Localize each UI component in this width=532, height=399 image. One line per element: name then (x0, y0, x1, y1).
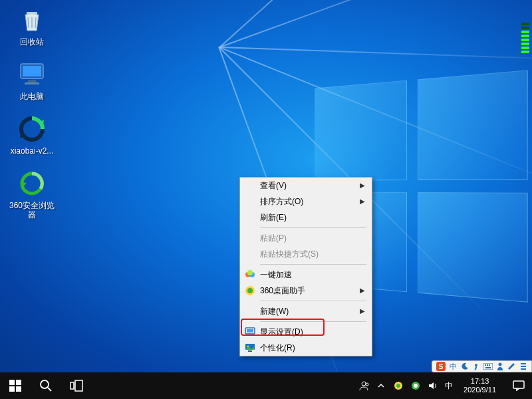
clock-date: 2020/9/11 (464, 386, 496, 394)
svg-point-37 (366, 383, 368, 386)
submenu-arrow-icon: ▶ (360, 198, 365, 205)
xiaobai-icon (17, 114, 47, 144)
ime-keyboard-icon[interactable] (483, 363, 493, 370)
audio-level-meter (521, 19, 529, 53)
tray-volume-icon[interactable] (428, 380, 438, 391)
ime-person-icon[interactable] (497, 362, 503, 370)
action-center-button[interactable] (505, 372, 532, 399)
desktop-icon-label: 回收站 (5, 37, 59, 47)
svg-point-14 (247, 288, 253, 293)
svg-rect-35 (75, 380, 82, 391)
tray-chevron-up-icon[interactable] (376, 380, 386, 391)
desktop-icon-360-browser[interactable]: 360安全浏览器 (5, 169, 59, 219)
desktop[interactable]: 回收站 此电脑 xiaobai-v2... 360安全浏览器 查看(V)▶ 排序… (0, 0, 532, 399)
menu-item-view[interactable]: 查看(V)▶ (240, 178, 372, 194)
menu-item-accelerate[interactable]: 一键加速 (240, 267, 372, 283)
menu-item-label: 粘贴(P) (260, 233, 287, 244)
submenu-arrow-icon: ▶ (360, 182, 365, 189)
tray-360-secondary-icon[interactable] (410, 380, 421, 391)
submenu-arrow-icon: ▶ (360, 287, 365, 294)
menu-item-personalize[interactable]: 个性化(R) (240, 340, 372, 356)
svg-rect-26 (485, 367, 491, 368)
taskbar-clock[interactable]: 17:13 2020/9/11 (460, 377, 500, 394)
this-pc-icon (17, 60, 47, 89)
menu-item-label: 360桌面助手 (260, 285, 305, 297)
menu-item-refresh[interactable]: 刷新(E) (240, 209, 372, 225)
menu-item-paste-shortcut: 粘贴快捷方式(S) (240, 246, 372, 262)
svg-point-32 (41, 380, 49, 388)
task-view-button[interactable] (61, 372, 92, 399)
search-button[interactable] (31, 372, 61, 399)
menu-item-label: 排序方式(O) (260, 196, 303, 207)
ime-floating-bar[interactable]: S 中 (432, 360, 532, 372)
360-icon (244, 285, 256, 297)
taskbar: 中 17:13 2020/9/11 (0, 372, 532, 399)
desktop-icons: 回收站 此电脑 xiaobai-v2... 360安全浏览器 (5, 5, 59, 233)
tray-ime-indicator[interactable]: 中 (445, 380, 453, 391)
tray-people-icon[interactable] (358, 380, 369, 391)
menu-separator (260, 227, 366, 228)
svg-rect-29 (16, 380, 21, 385)
menu-item-label: 新建(W) (260, 306, 289, 317)
menu-separator (260, 264, 366, 265)
svg-point-41 (414, 384, 418, 388)
desktop-icon-xiaobai[interactable]: xiaobai-v2... (5, 114, 59, 156)
menu-item-label: 刷新(E) (260, 212, 287, 223)
menu-item-360-assistant[interactable]: 360桌面助手▶ (240, 283, 372, 299)
ime-settings-icon[interactable] (519, 362, 527, 370)
notification-icon (513, 380, 525, 391)
sogou-logo-icon[interactable]: S (436, 362, 446, 371)
menu-item-label: 一键加速 (260, 269, 292, 281)
menu-item-display-settings[interactable]: 显示设置(D) (240, 324, 372, 340)
svg-rect-17 (248, 334, 252, 336)
ime-moon-icon[interactable] (461, 362, 469, 370)
tray-360-icon[interactable] (393, 380, 404, 391)
ime-tool-icon[interactable] (507, 362, 515, 370)
start-button[interactable] (0, 372, 31, 399)
recycle-bin-icon (17, 5, 47, 35)
desktop-icon-recycle-bin[interactable]: 回收站 (5, 5, 59, 47)
accelerate-icon (244, 269, 256, 281)
svg-point-39 (396, 384, 400, 388)
svg-rect-42 (513, 381, 524, 388)
desktop-icon-label: 360安全浏览器 (5, 201, 59, 219)
svg-rect-25 (489, 364, 490, 366)
svg-rect-31 (16, 386, 21, 392)
display-icon (244, 326, 256, 338)
svg-line-33 (48, 388, 51, 391)
desktop-icon-label: xiaobai-v2... (5, 146, 59, 156)
menu-item-sort[interactable]: 排序方式(O)▶ (240, 194, 372, 209)
search-icon (39, 379, 53, 392)
menu-item-label: 查看(V) (260, 180, 287, 192)
svg-rect-22 (483, 363, 493, 370)
menu-item-new[interactable]: 新建(W)▶ (240, 303, 372, 319)
svg-rect-16 (247, 329, 253, 332)
svg-rect-3 (28, 80, 36, 82)
menu-separator (260, 301, 366, 301)
svg-rect-20 (248, 350, 252, 352)
desktop-icon-this-pc[interactable]: 此电脑 (5, 60, 59, 101)
menu-item-paste: 粘贴(P) (240, 230, 372, 246)
svg-rect-23 (485, 364, 486, 366)
svg-point-36 (362, 382, 366, 386)
taskbar-left (0, 372, 92, 399)
menu-item-label: 个性化(R) (260, 342, 295, 354)
ime-lang-toggle[interactable]: 中 (450, 362, 457, 372)
windows-logo-icon (9, 380, 21, 392)
svg-rect-24 (487, 364, 488, 366)
menu-item-label: 显示设置(D) (260, 327, 303, 338)
svg-point-21 (475, 364, 477, 366)
svg-rect-28 (9, 380, 15, 385)
menu-item-label: 粘贴快捷方式(S) (260, 249, 319, 260)
submenu-arrow-icon: ▶ (360, 307, 365, 315)
svg-point-12 (247, 270, 253, 275)
clock-time: 17:13 (464, 377, 496, 386)
menu-separator (260, 321, 366, 322)
svg-point-27 (499, 363, 502, 366)
360-browser-icon (17, 169, 47, 198)
desktop-context-menu: 查看(V)▶ 排序方式(O)▶ 刷新(E) 粘贴(P) 粘贴快捷方式(S) 一键… (239, 177, 372, 356)
ime-comma-icon[interactable] (473, 362, 479, 370)
system-tray: 中 17:13 2020/9/11 (353, 372, 505, 399)
task-view-icon (70, 380, 83, 392)
svg-rect-34 (70, 382, 74, 389)
